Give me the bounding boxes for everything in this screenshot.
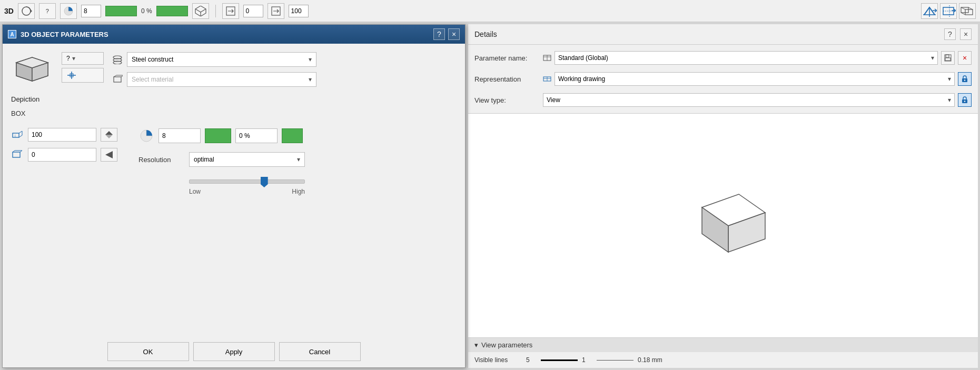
details-panel: Details ? × Parameter name: Standard (	[468, 24, 978, 368]
depiction-label: Depiction	[11, 95, 457, 103]
toolbar-right-icons	[921, 3, 976, 19]
toolbar-right-btn1[interactable]	[921, 3, 938, 19]
shape-cross-btn[interactable]	[62, 68, 104, 83]
toolbar-arr-btn1[interactable]	[222, 3, 239, 19]
depiction-number-input[interactable]	[159, 128, 201, 143]
toolbar-green-bar1	[105, 6, 137, 16]
svg-line-31	[19, 135, 22, 137]
svg-text:↕: ↕	[14, 134, 16, 137]
view-params-chevron-icon: ▾	[474, 341, 478, 349]
left-content: ↕	[11, 128, 117, 327]
svg-marker-34	[105, 135, 113, 138]
param-name-save-btn[interactable]	[941, 51, 955, 65]
box-label: BOX	[11, 109, 25, 117]
resolution-row: Resolution optimal	[138, 152, 457, 167]
toolbar-pie-btn[interactable]	[60, 3, 77, 19]
param-name-icon	[543, 54, 551, 62]
param2-arrow-btn[interactable]	[101, 148, 117, 162]
svg-rect-44	[946, 55, 949, 57]
ok-button[interactable]: OK	[107, 342, 189, 361]
toolbar-box-btn[interactable]	[192, 3, 209, 19]
apply-button[interactable]: Apply	[193, 342, 275, 361]
dialog-top-row: ?	[11, 52, 457, 87]
slider-track[interactable]	[189, 179, 305, 184]
svg-marker-1	[31, 9, 32, 13]
dialog-content-row: ↕	[11, 128, 457, 327]
layer-dropdown[interactable]: Steel construct	[127, 52, 316, 67]
param2-input[interactable]	[28, 148, 96, 162]
toolbar-number3-input[interactable]	[289, 5, 309, 17]
slider-labels: Low High	[189, 188, 305, 195]
dialog-close-btn[interactable]: ×	[448, 28, 460, 40]
param-name-chevron	[931, 54, 934, 62]
dialog-footer: OK Apply Cancel	[3, 336, 465, 367]
layers-icon	[112, 55, 123, 64]
svg-rect-45	[945, 58, 951, 61]
depiction-percent-input[interactable]	[235, 128, 278, 143]
param1-arrow-btn[interactable]	[101, 128, 117, 142]
layer-dropdown-value: Steel construct	[132, 56, 173, 63]
toolbar-arr-btn2[interactable]	[268, 3, 284, 19]
view-type-lock-btn[interactable]	[958, 93, 972, 107]
resolution-dropdown[interactable]: optimal	[189, 152, 305, 167]
svg-line-12	[968, 7, 973, 9]
toolbar-rotate-btn[interactable]	[18, 3, 35, 19]
param-name-label: Parameter name:	[474, 54, 538, 62]
toolbar-percent1: 0 %	[141, 7, 152, 15]
visible-lines-number: 5	[526, 356, 537, 364]
view-type-chevron	[948, 96, 951, 104]
view-type-value-area: View	[543, 93, 972, 107]
toolbar-number1-input[interactable]	[81, 5, 101, 17]
svg-rect-24	[114, 77, 121, 82]
representation-lock-btn[interactable]	[958, 72, 972, 86]
right-panel-top: Steel construct Select ma	[112, 52, 457, 87]
param1-input[interactable]	[28, 128, 96, 142]
toolbar-sep1	[215, 5, 216, 17]
toolbar-number2-input[interactable]	[243, 5, 263, 17]
depiction-green-bar2	[282, 128, 303, 143]
dialog-help-btn[interactable]: ?	[433, 28, 445, 40]
slider-thumb[interactable]	[261, 177, 268, 187]
visible-lines-label: Visible lines	[474, 356, 522, 364]
param2-icon	[11, 149, 24, 160]
box-icon-large	[11, 52, 53, 84]
toolbar-right-btn3[interactable]	[959, 3, 976, 19]
visible-line-thin	[597, 360, 633, 361]
view-type-dropdown[interactable]: View	[543, 93, 955, 107]
param-name-dropdown-value: Standard (Global)	[558, 54, 608, 62]
material-dropdown[interactable]: Select material	[127, 72, 316, 87]
preview-area	[468, 113, 978, 338]
toolbar-help-btn[interactable]: ?	[39, 3, 56, 19]
view-type-label: View type:	[474, 96, 538, 104]
svg-point-52	[964, 101, 965, 102]
dialog-body: ?	[3, 44, 465, 336]
layer-dropdown-chevron	[309, 56, 312, 63]
depiction-pie-icon	[138, 128, 154, 144]
visible-lines-row: Visible lines 5 1 0.18 mm	[474, 356, 972, 364]
param-name-dropdown[interactable]: Standard (Global)	[555, 51, 938, 65]
main-area: A 3D OBJECT PARAMETERS ? ×	[0, 22, 980, 370]
param1-row: ↕	[11, 128, 117, 142]
cancel-button[interactable]: Cancel	[279, 342, 361, 361]
svg-line-3	[195, 9, 201, 12]
toolbar-right-btn2[interactable]	[940, 3, 957, 19]
slider-high-label: High	[292, 188, 305, 195]
details-header-controls: ? ×	[944, 28, 972, 40]
view-type-row: View type: View	[474, 93, 972, 107]
representation-value-area: Working drawing	[543, 72, 972, 86]
svg-marker-39	[105, 151, 113, 158]
svg-marker-33	[105, 131, 113, 135]
dialog-title-left: A 3D OBJECT PARAMETERS	[8, 30, 108, 38]
param-name-delete-btn[interactable]: ×	[958, 51, 972, 65]
details-close-btn[interactable]: ×	[960, 28, 972, 40]
material-dropdown-placeholder: Select material	[132, 76, 173, 83]
param-name-row: Parameter name: Standard (Global)	[474, 51, 972, 65]
representation-dropdown[interactable]: Working drawing	[555, 72, 955, 86]
shape-question-btn[interactable]: ?	[62, 52, 104, 65]
view-params-header[interactable]: ▾ View parameters	[468, 338, 978, 352]
details-help-btn[interactable]: ?	[944, 28, 956, 40]
representation-chevron	[948, 75, 951, 83]
dialog-panel: A 3D OBJECT PARAMETERS ? ×	[2, 24, 466, 368]
svg-line-13	[961, 13, 965, 15]
shape-question-label: ?	[66, 55, 70, 62]
